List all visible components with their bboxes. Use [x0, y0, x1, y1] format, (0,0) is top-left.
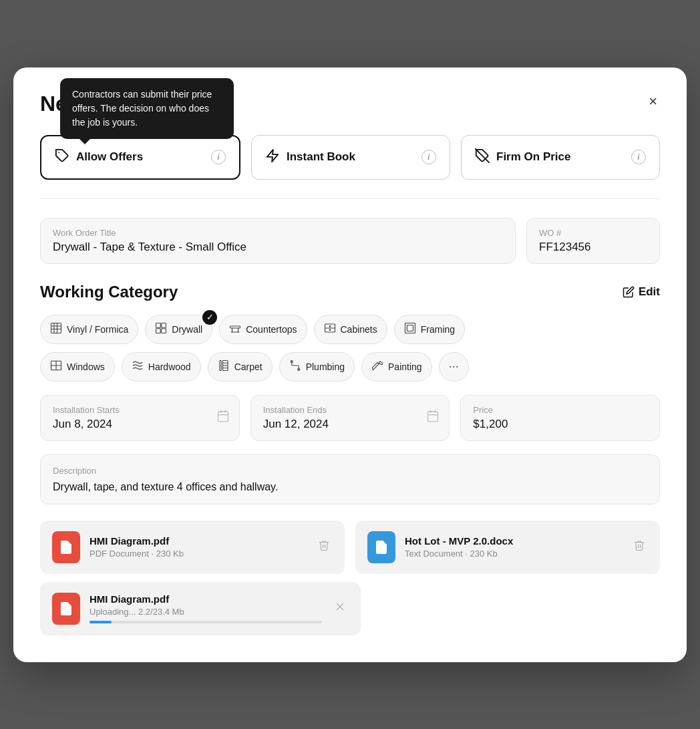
pdf-file-icon: [52, 531, 80, 563]
more-categories-button[interactable]: ···: [439, 352, 469, 382]
work-order-title-value: Drywall - Tape & Texture - Small Office: [53, 241, 503, 254]
category-countertops[interactable]: Countertops: [219, 315, 307, 344]
countertops-icon: [229, 322, 241, 337]
category-painting[interactable]: Painting: [361, 352, 432, 382]
docx-file-name: Hot Lot - MVP 2.0.docx: [405, 535, 621, 547]
tag-icon: [55, 148, 69, 166]
cabinets-label: Cabinets: [341, 324, 377, 335]
allow-offers-left: Allow Offers: [55, 148, 143, 166]
install-end-value: Jun 12, 2024: [263, 418, 437, 431]
firm-on-price-info-icon[interactable]: i: [631, 150, 646, 164]
category-plumbing[interactable]: Plumbing: [279, 352, 355, 382]
work-order-title-label: Work Order Title: [53, 228, 503, 238]
upload-file-meta: Uploading... 2.2/23.4 Mb: [90, 607, 322, 617]
upload-cancel-button[interactable]: [331, 598, 349, 619]
new-work-order-modal: New Work Ord × Contractors can submit th…: [13, 67, 687, 662]
category-drywall[interactable]: Drywall ✓: [145, 315, 212, 344]
description-label: Description: [53, 466, 647, 476]
allow-offers-label: Allow Offers: [76, 150, 143, 164]
vinyl-label: Vinyl / Formica: [67, 324, 128, 335]
carpet-icon: [218, 359, 230, 374]
svg-rect-9: [156, 323, 161, 327]
wo-number-value: FF123456: [539, 241, 647, 254]
divider: [40, 198, 660, 199]
firm-on-price-left: Firm On Price: [475, 148, 570, 166]
price-field[interactable]: Price $1,200: [460, 395, 660, 441]
tooltip: Contractors can submit their price offer…: [60, 78, 234, 139]
drywall-icon: [155, 322, 167, 337]
price-label: Price: [473, 405, 647, 415]
windows-label: Windows: [67, 361, 105, 372]
instant-book-left: Instant Book: [265, 148, 355, 166]
painting-label: Painting: [388, 361, 422, 372]
countertops-label: Countertops: [246, 324, 297, 335]
description-value: Drywall, tape, and texture 4 offices and…: [53, 481, 647, 493]
windows-icon: [50, 359, 62, 374]
painting-icon: [371, 359, 383, 374]
drywall-label: Drywall: [172, 324, 202, 335]
drywall-check-badge: ✓: [202, 310, 217, 325]
upload-progress-bar: [90, 621, 322, 623]
category-framing[interactable]: Framing: [394, 315, 465, 344]
docx-file-meta: Text Document · 230 Kb: [405, 549, 621, 559]
close-button[interactable]: ×: [646, 92, 660, 112]
instant-book-info-icon[interactable]: i: [421, 150, 436, 164]
file-item-pdf: HMI Diagram.pdf PDF Document · 230 Kb: [40, 521, 345, 574]
svg-rect-33: [218, 412, 228, 422]
carpet-label: Carpet: [234, 361, 262, 372]
instant-book-label: Instant Book: [287, 150, 355, 164]
price-value: $1,200: [473, 418, 647, 431]
svg-rect-21: [405, 323, 415, 333]
pdf-file-meta: PDF Document · 230 Kb: [90, 549, 306, 559]
allow-offers-info-icon[interactable]: i: [211, 150, 226, 164]
installation-starts-field[interactable]: Installation Starts Jun 8, 2024: [40, 395, 240, 441]
category-section-title: Working Category: [40, 283, 178, 301]
docx-file-info: Hot Lot - MVP 2.0.docx Text Document · 2…: [405, 535, 621, 559]
lightning-icon: [265, 148, 280, 166]
category-windows[interactable]: Windows: [40, 352, 115, 382]
category-carpet[interactable]: Carpet: [208, 352, 273, 382]
hardwood-icon: [132, 359, 144, 374]
svg-rect-13: [230, 326, 240, 328]
category-section-header: Working Category Edit: [40, 283, 660, 301]
firm-on-price-button[interactable]: Firm On Price i: [461, 135, 660, 180]
working-category-section: Working Category Edit: [40, 283, 660, 382]
file-item-docx: Hot Lot - MVP 2.0.docx Text Document · 2…: [355, 521, 660, 574]
edit-category-button[interactable]: Edit: [623, 285, 660, 299]
wo-number-label: WO #: [539, 228, 647, 238]
uploaded-files-row: HMI Diagram.pdf PDF Document · 230 Kb: [40, 521, 660, 574]
svg-rect-11: [156, 328, 161, 333]
upload-item: HMI Diagram.pdf Uploading... 2.2/23.4 Mb: [40, 582, 361, 635]
categories-row-1: Vinyl / Formica Drywall ✓: [40, 315, 660, 344]
work-order-title-field[interactable]: Work Order Title Drywall - Tape & Textur…: [40, 218, 516, 264]
description-field[interactable]: Description Drywall, tape, and texture 4…: [40, 454, 660, 504]
pdf-file-info: HMI Diagram.pdf PDF Document · 230 Kb: [90, 535, 306, 559]
instant-book-button[interactable]: Instant Book i: [251, 135, 450, 180]
pdf-file-name: HMI Diagram.pdf: [90, 535, 306, 547]
upload-progress-fill: [90, 621, 112, 623]
svg-point-19: [329, 325, 331, 327]
category-hardwood[interactable]: Hardwood: [122, 352, 201, 382]
file-list: HMI Diagram.pdf PDF Document · 230 Kb: [40, 521, 660, 635]
pricing-options: Contractors can submit their price offer…: [40, 135, 660, 180]
svg-rect-26: [220, 360, 221, 370]
install-end-label: Installation Ends: [263, 405, 437, 415]
upload-file-name: HMI Diagram.pdf: [90, 593, 322, 605]
svg-line-3: [476, 148, 489, 162]
category-vinyl-formica[interactable]: Vinyl / Formica: [40, 315, 138, 344]
firm-on-price-label: Firm On Price: [496, 150, 570, 164]
pdf-delete-button[interactable]: [315, 537, 333, 557]
installation-ends-field[interactable]: Installation Ends Jun 12, 2024: [250, 395, 450, 441]
plumbing-label: Plumbing: [306, 361, 345, 372]
svg-rect-22: [407, 325, 413, 331]
svg-rect-4: [51, 323, 61, 333]
categories-row-2: Windows Hardwood: [40, 352, 660, 382]
more-icon: ···: [449, 359, 459, 374]
upload-file-icon: [52, 593, 80, 625]
allow-offers-button[interactable]: Allow Offers i: [40, 135, 240, 180]
docx-delete-button[interactable]: [631, 537, 648, 557]
wo-number-field[interactable]: WO # FF123456: [526, 218, 660, 264]
calendar-end-icon: [426, 410, 440, 426]
category-cabinets[interactable]: Cabinets: [314, 315, 387, 344]
title-row: Work Order Title Drywall - Tape & Textur…: [40, 218, 660, 264]
